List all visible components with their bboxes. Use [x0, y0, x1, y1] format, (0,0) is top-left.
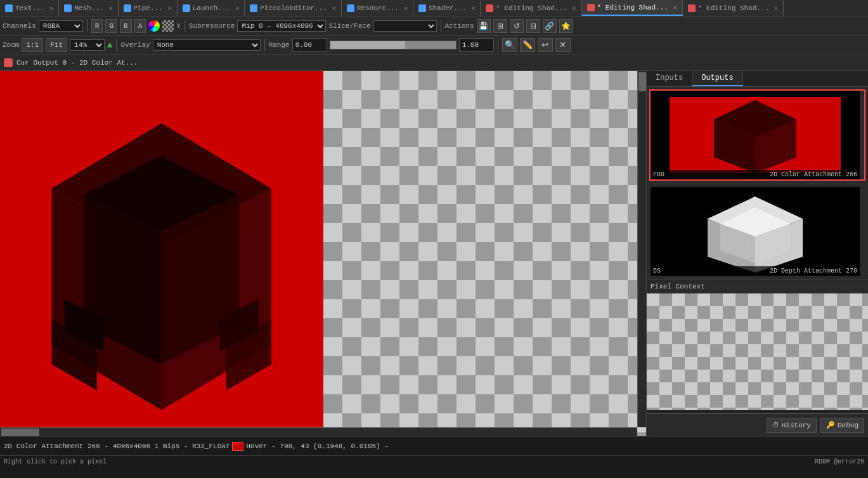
tab-icon-mesh	[64, 4, 72, 12]
tab-icon-editing1	[486, 4, 493, 12]
minus-action-button[interactable]: ⊟	[526, 19, 540, 33]
cur-output-bar: Cur Output 0 - 2D Color At...	[0, 55, 868, 71]
fit-button[interactable]: Fit	[46, 38, 67, 52]
texture-fb0-name: 2D Color Attachment 266	[770, 171, 857, 178]
tab-icon-editing2	[587, 4, 595, 11]
status-bar: 2D Color Attachment 266 - 4096x4096 1 mi…	[0, 436, 868, 455]
debug-icon: 🔑	[826, 421, 835, 429]
tab-label-mesh: Mesh...	[74, 4, 103, 12]
svg-rect-16	[651, 91, 860, 97]
tab-close-launch[interactable]: ✕	[235, 4, 239, 12]
cur-output-text: Cur Output 0 - 2D Color At...	[16, 59, 138, 67]
toolbar2: Zoom 1:1 Fit 14% ▲ Overlay None Range 🔍 …	[0, 36, 868, 55]
channels-select[interactable]: RGBA	[39, 20, 83, 32]
separator3	[441, 20, 441, 32]
range-label: Range	[269, 41, 290, 49]
horizontal-scrollbar[interactable]	[0, 427, 637, 436]
a-button[interactable]: A	[134, 19, 146, 33]
texture-fb0-id: FB0	[653, 171, 664, 178]
r-button[interactable]: R	[91, 19, 103, 33]
tab-close-pipe[interactable]: ✕	[168, 4, 172, 12]
tab-bar: Text... ✕ Mesh... ✕ Pipe... ✕ Launch... …	[0, 0, 868, 16]
overlay-select[interactable]: None	[153, 39, 261, 51]
tab-resource[interactable]: Resourc... ✕	[342, 0, 413, 16]
tab-icon-shader	[418, 4, 426, 12]
zoom-label: Zoom	[3, 41, 19, 49]
texture-ds-label: DS 2D Depth Attachment 270	[651, 266, 860, 276]
tab-label-shader: Shader...	[429, 4, 466, 12]
tab-pipe[interactable]: Pipe... ✕	[119, 0, 178, 16]
range-start-input[interactable]	[292, 38, 327, 52]
color-picker-icon[interactable]	[148, 20, 160, 32]
texture-ds[interactable]: DS 2D Depth Attachment 270	[649, 186, 865, 277]
image-panel[interactable]	[0, 71, 646, 436]
tab-close-editing2[interactable]: ✕	[673, 4, 677, 11]
tab-close-text[interactable]: ✕	[49, 4, 53, 12]
tab-close-piccolo[interactable]: ✕	[332, 4, 336, 12]
tab-icon-resource	[347, 4, 354, 12]
history-button[interactable]: ⏱ History	[767, 418, 817, 433]
tab-close-editing3[interactable]: ✕	[774, 4, 778, 12]
separator4	[116, 39, 117, 51]
tab-label-pipe: Pipe...	[134, 4, 163, 12]
tab-label-text: Text...	[15, 4, 44, 12]
close-view-button[interactable]: ✕	[555, 38, 571, 52]
star-action-button[interactable]: ⭐	[559, 19, 573, 33]
tab-label-editing2: * Editing Shad...	[597, 4, 668, 11]
subresource-select[interactable]: Mip 0 - 4096x4096	[237, 20, 326, 32]
debug-button[interactable]: 🔑 Debug	[820, 418, 864, 433]
svg-rect-15	[841, 91, 860, 179]
sliceface-select[interactable]	[373, 20, 437, 32]
tab-launch[interactable]: Launch... ✕	[178, 0, 245, 16]
tab-close-resource[interactable]: ✕	[404, 4, 408, 12]
texture-ds-img: DS 2D Depth Attachment 270	[651, 187, 860, 276]
vertical-scrollbar-thumb[interactable]	[638, 72, 646, 91]
overlay-label: Overlay	[120, 41, 150, 49]
tab-editing3[interactable]: * Editing Shad... ✕	[683, 0, 784, 16]
texture-fb0-img: FB0 2D Color Attachment 266	[651, 91, 860, 179]
tab-icon-text	[5, 4, 13, 12]
tab-shader[interactable]: Shader... ✕	[413, 0, 481, 16]
g-button[interactable]: G	[105, 19, 117, 33]
history-label: History	[782, 422, 811, 429]
zoom-arrow-icon[interactable]: ▲	[107, 40, 112, 50]
channels-label: Channels	[3, 22, 36, 30]
tab-text[interactable]: Text... ✕	[0, 0, 59, 16]
checker-icon[interactable]	[162, 20, 174, 32]
tab-inputs[interactable]: Inputs	[647, 71, 692, 86]
pick-button[interactable]: ✏️	[520, 38, 535, 52]
thumb-red-bg	[651, 91, 860, 179]
b-button[interactable]: B	[120, 19, 132, 33]
tab-mesh[interactable]: Mesh... ✕	[59, 0, 118, 16]
cur-output-icon	[4, 58, 13, 67]
tab-piccolo[interactable]: PiccoloEditor... ✕	[245, 0, 342, 16]
sliceface-label: Slice/Face	[328, 22, 370, 30]
tab-close-shader[interactable]: ✕	[471, 4, 475, 12]
tab-editing1[interactable]: * Editing Shad... ✕	[481, 0, 581, 16]
undo-button[interactable]: ↩	[538, 38, 553, 52]
bottom-bar: ⏱ History 🔑 Debug	[647, 413, 868, 436]
grid-action-button[interactable]: ⊞	[493, 19, 507, 33]
horizontal-scrollbar-thumb[interactable]	[1, 429, 39, 436]
tab-editing2[interactable]: * Editing Shad... ✕	[582, 0, 683, 16]
zoom-percent-select[interactable]: 14%	[70, 39, 105, 51]
magnify-button[interactable]: 🔍	[502, 38, 517, 52]
texture-fb0[interactable]: FB0 2D Color Attachment 266	[649, 89, 865, 181]
separator6	[498, 39, 498, 51]
link-action-button[interactable]: 🔗	[543, 19, 557, 33]
toolbar1: Channels RGBA R G B A Y Subresource Mip …	[0, 16, 868, 36]
zoom-1-1-button[interactable]: 1:1	[22, 38, 43, 52]
y-label: Y	[176, 22, 181, 30]
thumb-red-svg	[651, 91, 860, 179]
range-slider[interactable]	[330, 41, 457, 49]
tab-label-resource: Resourc...	[357, 4, 399, 12]
tab-close-mesh[interactable]: ✕	[108, 4, 112, 12]
save-action-button[interactable]: 💾	[477, 19, 491, 33]
vertical-scrollbar[interactable]	[637, 71, 646, 427]
tab-outputs[interactable]: Outputs	[692, 71, 742, 86]
corner-text: RDBM @error28	[815, 458, 864, 465]
range-end-input[interactable]	[459, 38, 494, 52]
refresh-action-button[interactable]: ↺	[510, 19, 524, 33]
tab-close-editing1[interactable]: ✕	[573, 4, 576, 12]
debug-label: Debug	[838, 422, 858, 429]
